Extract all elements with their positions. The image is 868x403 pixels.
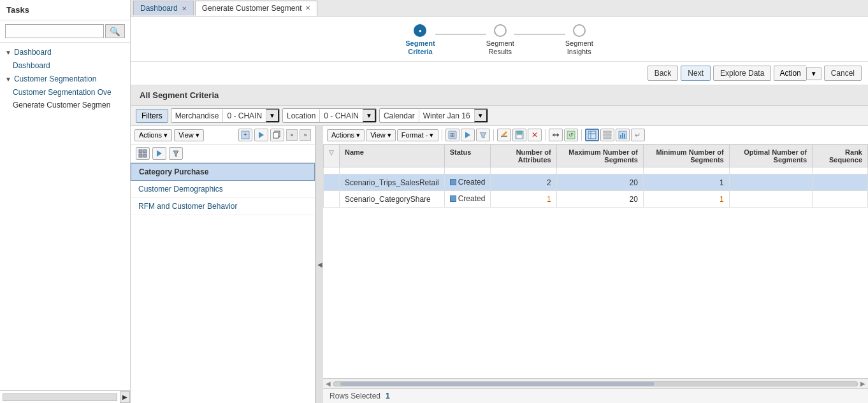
wizard-step-segment-results[interactable]: Segment Results xyxy=(486,24,514,56)
tab-dashboard[interactable]: Dashboard ✕ xyxy=(133,1,194,15)
merchandise-value: 0 - CHAIN xyxy=(223,110,266,122)
left-play2-icon[interactable] xyxy=(152,147,166,160)
tab-dashboard-close[interactable]: ✕ xyxy=(182,5,187,12)
filters-bar: Filters Merchandise 0 - CHAIN ▼ Location… xyxy=(131,106,868,126)
row1-min-segments: 1 xyxy=(643,174,729,191)
left-expand2-icon[interactable]: » xyxy=(300,129,311,141)
toolbar-sep-4 xyxy=(581,129,582,141)
right-grid-icon[interactable]: ⊞ xyxy=(445,129,459,141)
move-icon[interactable]: ↵ xyxy=(631,129,645,141)
right-filter-icon[interactable] xyxy=(476,129,490,141)
tab-dashboard-label: Dashboard xyxy=(140,4,178,13)
right-format-button[interactable]: Format - ▾ xyxy=(397,129,438,141)
chart-icon[interactable] xyxy=(616,129,630,141)
sidebar-nav: ▼ Dashboard Dashboard ▼ Customer Segment… xyxy=(0,43,130,390)
svg-marker-23 xyxy=(553,133,554,137)
list-view-icon[interactable] xyxy=(600,129,614,141)
location-dropdown[interactable]: ▼ xyxy=(363,109,376,122)
table-row[interactable]: Scenario_Trips_SalesRetail Created 2 20 xyxy=(324,174,868,191)
left-filter-icon[interactable] xyxy=(169,147,183,160)
left-expand-icon[interactable]: » xyxy=(286,129,298,141)
calendar-dropdown[interactable]: ▼ xyxy=(474,109,488,122)
svg-rect-35 xyxy=(622,133,623,138)
col-status-header[interactable]: Status xyxy=(444,145,491,167)
sidebar-search-input[interactable] xyxy=(5,24,104,38)
tab-generate[interactable]: Generate Customer Segment ✕ xyxy=(195,1,318,16)
sidebar-scrollbar[interactable] xyxy=(3,393,117,401)
panel-collapse-button[interactable]: ◀ xyxy=(315,126,323,403)
svg-marker-13 xyxy=(465,132,470,138)
left-add-icon[interactable]: + xyxy=(238,129,252,141)
sidebar-item-generate-customer-seg[interactable]: Generate Customer Segmen xyxy=(0,99,130,111)
filter-cell-6 xyxy=(729,167,812,174)
left-actions-button[interactable]: Actions ▾ xyxy=(134,129,172,141)
col-min-segments-header[interactable]: Minimum Number of Segments xyxy=(643,145,729,167)
dashboard-group-arrow: ▼ xyxy=(5,49,11,56)
rows-selected-count: 1 xyxy=(386,392,390,400)
action-button-group: Action ▼ xyxy=(774,66,821,81)
pencil-icon[interactable] xyxy=(497,129,511,141)
left-play-icon[interactable] xyxy=(254,129,268,141)
right-actions-button[interactable]: Actions ▾ xyxy=(327,129,365,141)
wizard-step-segment-criteria[interactable]: ● Segment Criteria xyxy=(405,24,435,56)
left-copy-icon[interactable] xyxy=(270,129,284,141)
scroll-right-btn[interactable]: ▶ xyxy=(860,380,865,387)
explore-data-button[interactable]: Explore Data xyxy=(713,66,771,81)
col-filter-empty: ▽ xyxy=(324,145,340,167)
list-item-rfm-behavior[interactable]: RFM and Customer Behavior xyxy=(131,198,315,215)
filters-button[interactable]: Filters xyxy=(136,109,168,123)
row1-status-dot xyxy=(450,179,456,185)
list-item-category-purchase[interactable]: Category Purchase xyxy=(131,163,315,181)
toolbar-sep-3 xyxy=(545,129,546,141)
data-table: ▽ Name Status Number of Attributes Maxim… xyxy=(323,145,868,208)
left-grid-icon[interactable] xyxy=(136,147,150,160)
left-view-button[interactable]: View ▾ xyxy=(174,129,204,141)
calendar-value: Winter Jan 16 xyxy=(419,110,474,122)
sidebar-item-dashboard[interactable]: Dashboard xyxy=(0,59,130,72)
cancel-button[interactable]: Cancel xyxy=(824,66,862,81)
filter-cell-1 xyxy=(340,167,445,174)
delete-icon[interactable]: ✕ xyxy=(528,129,542,141)
merchandise-dropdown[interactable]: ▼ xyxy=(266,109,279,122)
wizard-bar: ● Segment Criteria Segment Results xyxy=(131,17,868,62)
resize-icon[interactable] xyxy=(549,129,563,141)
sidebar-search-button[interactable]: 🔍 xyxy=(105,24,125,38)
right-toolbar: Actions ▾ View ▾ Format - ▾ xyxy=(323,126,868,145)
tab-generate-close[interactable]: ✕ xyxy=(305,4,310,11)
action-button[interactable]: Action xyxy=(774,66,806,81)
back-button[interactable]: Back xyxy=(647,66,679,81)
table-filter-row xyxy=(324,167,868,174)
sidebar-item-dashboard-group[interactable]: ▼ Dashboard xyxy=(0,45,130,59)
scroll-thumb[interactable] xyxy=(340,382,655,386)
svg-marker-10 xyxy=(173,151,178,157)
action-dropdown-button[interactable]: ▼ xyxy=(806,67,821,80)
col-num-attributes-header[interactable]: Number of Attributes xyxy=(491,145,556,167)
right-view-button[interactable]: View ▾ xyxy=(366,129,396,141)
sidebar-item-customer-seg-ove[interactable]: Customer Segmentation Ove xyxy=(0,86,130,99)
save-icon[interactable] xyxy=(512,129,526,141)
col-name-header[interactable]: Name xyxy=(340,145,445,167)
refresh-icon[interactable]: ↺ xyxy=(564,129,578,141)
col-max-segments-header[interactable]: Maximum Number of Segments xyxy=(556,145,643,167)
filter-cell-0 xyxy=(324,167,340,174)
list-item-customer-demographics[interactable]: Customer Demographics xyxy=(131,181,315,198)
right-play-icon[interactable] xyxy=(461,129,475,141)
sidebar-expand-button[interactable]: ▶ xyxy=(120,391,130,403)
next-button[interactable]: Next xyxy=(681,66,711,81)
table-footer: Rows Selected 1 xyxy=(323,388,868,403)
svg-text:↺: ↺ xyxy=(568,132,574,138)
sidebar-item-customer-seg-group[interactable]: ▼ Customer Segmentation xyxy=(0,72,130,86)
table-row[interactable]: Scenario_CategoryShare Created 1 20 xyxy=(324,191,868,208)
tab-generate-label: Generate Customer Segment xyxy=(202,4,302,13)
table-view-icon[interactable] xyxy=(585,129,599,141)
scroll-left-btn[interactable]: ◀ xyxy=(326,380,331,387)
col-rank-sequence-header[interactable]: Rank Sequence xyxy=(813,145,868,167)
row2-status: Created xyxy=(444,191,491,208)
wizard-step-segment-insights[interactable]: Segment Insights xyxy=(565,24,593,56)
horizontal-scrollbar[interactable]: ◀ ▶ xyxy=(323,378,868,388)
col-optimal-segments-header[interactable]: Optimal Number of Segments xyxy=(729,145,812,167)
svg-marker-14 xyxy=(480,132,486,138)
right-panel: Actions ▾ View ▾ Format - ▾ xyxy=(323,126,868,403)
svg-marker-16 xyxy=(502,131,507,136)
scroll-track[interactable] xyxy=(333,381,858,386)
